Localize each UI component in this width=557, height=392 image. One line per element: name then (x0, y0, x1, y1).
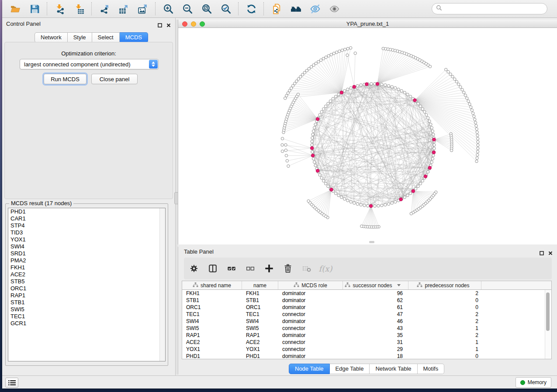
close-panel-icon[interactable] (166, 21, 171, 29)
zoom-out-button[interactable] (178, 1, 197, 16)
mcds-result-item[interactable]: YOX1 (8, 236, 165, 243)
zoom-selected-button[interactable] (216, 1, 235, 16)
task-list-button[interactable] (5, 378, 18, 388)
mcds-result-item[interactable]: STB5 (8, 278, 165, 285)
cell-mcds_role[interactable]: dominator (278, 353, 343, 359)
cell-predecessor_nodes[interactable]: 1 (408, 325, 481, 331)
export-network-button[interactable] (95, 1, 114, 16)
cell-mcds_role[interactable]: dominator (278, 304, 343, 310)
new-network-from-selection-button[interactable] (267, 1, 286, 16)
table-row[interactable]: ACE2ACE2connector311 (182, 339, 551, 346)
mcds-result-item[interactable]: RAP1 (8, 292, 165, 299)
mcds-result-item[interactable]: STP4 (8, 222, 165, 229)
cell-name[interactable]: RAP1 (242, 332, 278, 338)
hide-selected-button[interactable] (305, 1, 325, 16)
cell-predecessor_nodes[interactable]: 0 (408, 353, 481, 359)
cell-name[interactable]: ACE2 (242, 339, 278, 345)
first-neighbors-button[interactable] (286, 1, 305, 16)
tab-edge-table[interactable]: Edge Table (330, 364, 370, 374)
cell-mcds_role[interactable]: connector (278, 346, 343, 352)
open-session-button[interactable] (6, 1, 25, 16)
cell-successor_nodes[interactable]: 96 (343, 290, 408, 296)
delete-table-button[interactable] (301, 263, 312, 274)
mcds-result-item[interactable]: GCR1 (8, 320, 165, 327)
table-row[interactable]: SWI5SWI5connector431 (182, 325, 551, 332)
refresh-view-button[interactable] (242, 1, 261, 16)
table-row[interactable]: RAP1RAP1dominator352 (182, 332, 551, 339)
table-row[interactable]: TEC1TEC1connector472 (182, 311, 551, 318)
cell-name[interactable]: SWI5 (242, 325, 278, 331)
cell-mcds_role[interactable]: dominator (278, 297, 343, 303)
cell-successor_nodes[interactable]: 62 (343, 297, 408, 303)
cell-mcds_role[interactable]: connector (278, 325, 343, 331)
cell-shared_name[interactable]: ORC1 (182, 304, 242, 310)
cell-predecessor_nodes[interactable]: 1 (408, 346, 481, 352)
cell-name[interactable]: YOX1 (242, 346, 278, 352)
export-image-button[interactable] (133, 1, 152, 16)
cell-successor_nodes[interactable]: 46 (343, 318, 408, 324)
search-input[interactable] (445, 5, 547, 13)
mcds-result-item[interactable]: CAR1 (8, 215, 165, 222)
cell-name[interactable]: ORC1 (242, 304, 278, 310)
cell-mcds_role[interactable]: connector (278, 339, 343, 345)
cell-shared_name[interactable]: PHD1 (182, 353, 242, 359)
table-scrollbar[interactable] (545, 290, 551, 359)
tab-node-table[interactable]: Node Table (289, 364, 330, 374)
table-row[interactable]: STB1STB1dominator620 (182, 297, 551, 304)
tab-motifs[interactable]: Motifs (418, 364, 445, 374)
cell-shared_name[interactable]: SWI5 (182, 325, 242, 331)
cell-shared_name[interactable]: YOX1 (182, 346, 242, 352)
column-header-name[interactable]: name (242, 281, 278, 289)
cell-successor_nodes[interactable]: 31 (343, 339, 408, 345)
column-header-MCDS-role[interactable]: MCDS role (278, 281, 343, 289)
deselect-all-button[interactable] (245, 263, 256, 274)
cell-shared_name[interactable]: SWI4 (182, 318, 242, 324)
mcds-result-item[interactable]: TEC1 (8, 313, 165, 320)
save-session-button[interactable] (25, 1, 44, 16)
cell-mcds_role[interactable]: dominator (278, 318, 343, 324)
delete-entry-button[interactable] (282, 263, 294, 274)
cell-predecessor_nodes[interactable]: 1 (408, 339, 481, 345)
network-canvas[interactable] (178, 28, 557, 244)
network-graph[interactable] (178, 28, 557, 244)
table-row[interactable]: ORC1ORC1dominator610 (182, 304, 551, 311)
import-table-button[interactable] (69, 1, 89, 16)
column-header-shared-name[interactable]: shared name (182, 281, 242, 289)
mcds-result-item[interactable]: SWI5 (8, 306, 165, 313)
cell-shared_name[interactable]: RAP1 (182, 332, 242, 338)
select-all-button[interactable] (226, 263, 237, 274)
tab-style[interactable]: Style (68, 32, 92, 43)
cell-mcds_role[interactable]: dominator (278, 332, 343, 338)
cell-name[interactable]: PHD1 (242, 353, 278, 359)
table-row[interactable]: YOX1YOX1connector291 (182, 346, 551, 353)
cell-successor_nodes[interactable]: 61 (343, 304, 408, 310)
cell-name[interactable]: SWI4 (242, 318, 278, 324)
cell-successor_nodes[interactable]: 35 (343, 332, 408, 338)
cell-predecessor_nodes[interactable]: 0 (408, 297, 481, 303)
cell-predecessor_nodes[interactable]: 0 (408, 304, 481, 310)
mcds-result-item[interactable]: TID3 (8, 229, 165, 236)
memory-button[interactable]: Memory (515, 377, 551, 388)
canvas-resize-grip[interactable] (369, 241, 374, 243)
table-row[interactable]: PHD1PHD1dominator180 (182, 353, 551, 360)
function-builder-button[interactable]: f(x) (320, 263, 331, 274)
cell-shared_name[interactable]: FKH1 (182, 290, 242, 296)
sort-chevron-icon[interactable] (397, 284, 401, 286)
run-mcds-button[interactable]: Run MCDS (44, 74, 86, 84)
table-row[interactable]: SWI4SWI4dominator462 (182, 318, 551, 325)
import-network-button[interactable] (50, 1, 69, 16)
cell-predecessor_nodes[interactable]: 2 (408, 290, 481, 296)
cell-shared_name[interactable]: ACE2 (182, 339, 242, 345)
criterion-select[interactable]: largest connected component (undirected) (20, 59, 159, 69)
cell-shared_name[interactable]: TEC1 (182, 311, 242, 317)
tab-network[interactable]: Network (35, 32, 68, 43)
cell-predecessor_nodes[interactable]: 2 (408, 332, 481, 338)
mcds-result-item[interactable]: FKH1 (8, 264, 165, 271)
tab-select[interactable]: Select (92, 32, 120, 43)
close-panel-button[interactable]: Close panel (91, 74, 138, 84)
tab-mcds[interactable]: MCDS (120, 32, 148, 43)
mcds-result-item[interactable]: PHD1 (8, 208, 165, 215)
mcds-result-item[interactable]: ORC1 (8, 285, 165, 292)
cell-name[interactable]: TEC1 (242, 311, 278, 317)
search-box[interactable] (432, 3, 547, 14)
